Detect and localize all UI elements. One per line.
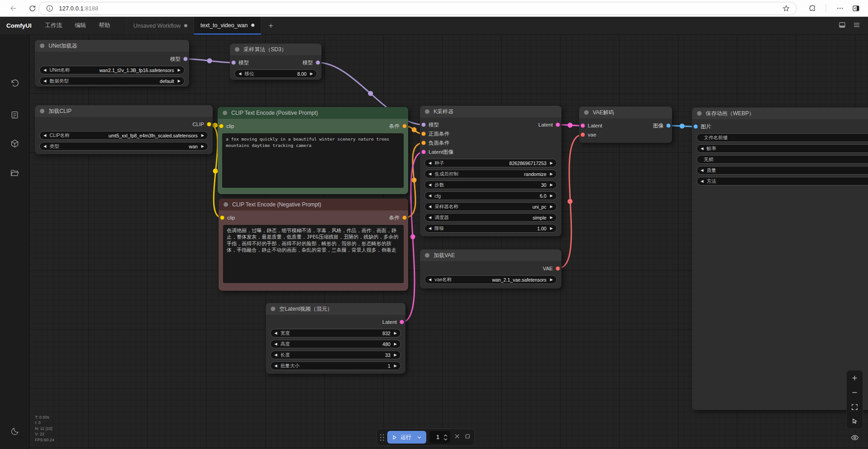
browser-refresh-icon[interactable] — [27, 3, 37, 13]
collapse-dot-icon[interactable] — [224, 202, 228, 207]
widget-denoise[interactable]: ◀ 降噪 1.00 ▶ — [424, 224, 557, 233]
next-arrow-icon[interactable]: ▶ — [550, 227, 553, 230]
node-clip-text-encode-negative[interactable]: CLIP Text Encode (Negative Prompt) clip … — [219, 199, 408, 291]
next-arrow-icon[interactable]: ▶ — [550, 161, 553, 165]
widget-width[interactable]: ◀ 宽度 832 ▶ — [270, 329, 401, 337]
stop-queue-icon[interactable] — [464, 433, 471, 442]
input-dot-latent-image[interactable] — [421, 150, 426, 154]
collapse-dot-icon[interactable] — [697, 111, 702, 116]
toggle-visibility-eye-icon[interactable] — [846, 430, 863, 445]
input-dot-vae[interactable] — [580, 132, 585, 137]
link-midpoint-dot[interactable] — [207, 59, 212, 63]
prev-arrow-icon[interactable]: ◀ — [274, 332, 277, 335]
widget-clip-type[interactable]: ◀ 类型 wan ▶ — [39, 142, 208, 151]
prev-arrow-icon[interactable]: ◀ — [429, 205, 431, 209]
next-arrow-icon[interactable]: ▶ — [201, 145, 204, 148]
link-midpoint-dot[interactable] — [412, 127, 417, 132]
browser-back-icon[interactable] — [8, 3, 18, 13]
next-arrow-icon[interactable]: ▶ — [550, 172, 553, 176]
prev-arrow-icon[interactable]: ◀ — [274, 342, 277, 346]
next-arrow-icon[interactable]: ▶ — [550, 278, 553, 282]
input-dot-positive[interactable] — [421, 132, 426, 136]
link-midpoint-dot[interactable] — [213, 123, 218, 128]
widget-scheduler[interactable]: ◀ 调度器 simple ▶ — [424, 213, 557, 222]
collapse-dot-icon[interactable] — [271, 307, 275, 311]
node-ksampler[interactable]: K采样器 模型 Latent 正面条件 负面条件 Latent图像 ◀ 种子 8… — [420, 106, 561, 236]
input-dot-model[interactable] — [231, 60, 236, 65]
output-dot-conditioning[interactable] — [402, 215, 407, 220]
prev-arrow-icon[interactable]: ◀ — [274, 353, 277, 357]
tab-unsaved-workflow[interactable]: Unsaved Workflow — [127, 17, 194, 34]
batch-count-stepper[interactable]: 1 — [429, 431, 450, 444]
link-midpoint-dot[interactable] — [568, 123, 573, 128]
widget-sampler-name[interactable]: ◀ 采样器名称 uni_pc ▶ — [424, 202, 557, 211]
node-save-animated-webp[interactable]: 保存动画（WEBP） 图片 文件名前缀 ◀ 帧率 无损 ◀ 质量 ◀ 方法 — [692, 107, 868, 410]
prev-arrow-icon[interactable]: ◀ — [44, 145, 46, 148]
widget-control-after-generate[interactable]: ◀ 生成后控制 randomize ▶ — [424, 170, 557, 178]
widget-height[interactable]: ◀ 高度 480 ▶ — [270, 340, 401, 348]
prev-arrow-icon[interactable]: ◀ — [701, 147, 703, 151]
collapse-dot-icon[interactable] — [584, 110, 589, 115]
fit-view-icon[interactable] — [846, 400, 863, 414]
prev-arrow-icon[interactable]: ◀ — [429, 216, 431, 220]
widget-filename-prefix[interactable]: 文件名前缀 — [697, 133, 868, 142]
widget-vae-name[interactable]: ◀ vae名称 wan_2.1_vae.safetensors ▶ — [424, 275, 557, 284]
next-arrow-icon[interactable]: ▶ — [394, 364, 397, 368]
info-icon[interactable] — [44, 4, 54, 14]
next-arrow-icon[interactable]: ▶ — [310, 72, 313, 76]
prev-arrow-icon[interactable]: ◀ — [44, 68, 46, 72]
link-midpoint-dot[interactable] — [368, 91, 373, 96]
output-dot-image[interactable] — [666, 123, 671, 128]
prev-arrow-icon[interactable]: ◀ — [274, 364, 277, 368]
next-arrow-icon[interactable]: ▶ — [178, 79, 180, 83]
node-unet-loader[interactable]: UNet加载器 模型 ◀ UNet名称 wan2.1_t2v_1.3B_fp16… — [35, 40, 189, 87]
link-midpoint-dot[interactable] — [410, 234, 415, 239]
output-dot-conditioning[interactable] — [402, 124, 407, 128]
star-bookmark-icon[interactable] — [781, 4, 791, 14]
output-dot-latent[interactable] — [556, 122, 560, 127]
zoom-in-icon[interactable] — [846, 371, 863, 385]
prev-arrow-icon[interactable]: ◀ — [429, 194, 431, 198]
next-arrow-icon[interactable]: ▶ — [394, 332, 397, 335]
select-pointer-icon[interactable] — [846, 414, 863, 429]
collapse-dot-icon[interactable] — [40, 109, 44, 113]
extensions-puzzle-icon[interactable] — [807, 3, 817, 13]
output-dot-model[interactable] — [183, 57, 188, 61]
node-vae-decode[interactable]: VAE解码 Latent 图像 vae — [579, 107, 672, 143]
widget-method[interactable]: ◀ 方法 — [697, 177, 868, 185]
prev-arrow-icon[interactable]: ◀ — [239, 72, 241, 76]
chevron-down-icon[interactable] — [416, 434, 422, 440]
output-dot-vae[interactable] — [556, 266, 560, 271]
bottom-panel-icon[interactable] — [838, 21, 846, 31]
next-arrow-icon[interactable]: ▶ — [550, 216, 553, 220]
hamburger-menu-icon[interactable] — [853, 21, 861, 31]
node-empty-latent-video[interactable]: 空Latent视频（混元） Latent ◀ 宽度 832 ▶ ◀ 高度 480… — [266, 303, 405, 374]
widget-unet-name[interactable]: ◀ UNet名称 wan2.1_t2v_1.3B_fp16.safetensor… — [39, 66, 185, 74]
node-title-bar[interactable]: K采样器 — [420, 106, 561, 117]
widget-lossless[interactable]: 无损 — [697, 155, 868, 164]
node-title-bar[interactable]: CLIP Text Encode (Negative Prompt) — [219, 199, 408, 210]
collapse-dot-icon[interactable] — [40, 44, 44, 48]
prev-arrow-icon[interactable]: ◀ — [429, 161, 431, 165]
url-text[interactable]: 127.0.0.1:8188 — [59, 5, 98, 12]
node-title-bar[interactable]: 采样算法（SD3） — [230, 44, 322, 55]
widget-shift[interactable]: ◀ 移位 8.00 ▶ — [234, 69, 317, 78]
tab-text-to-video-wan[interactable]: text_to_video_wan — [194, 17, 261, 34]
link-midpoint-dot[interactable] — [680, 124, 685, 129]
widget-seed[interactable]: ◀ 种子 82628696717253 ▶ — [424, 159, 557, 167]
node-clip-text-encode-positive[interactable]: CLIP Text Encode (Positive Prompt) clip … — [218, 107, 408, 194]
queue-history-icon[interactable] — [5, 74, 24, 92]
prev-arrow-icon[interactable]: ◀ — [701, 169, 703, 172]
node-title-bar[interactable]: 加载VAE — [420, 249, 561, 261]
prev-arrow-icon[interactable]: ◀ — [429, 183, 431, 187]
output-dot-clip[interactable] — [207, 122, 211, 127]
node-title-bar[interactable]: 加载CLIP — [35, 105, 213, 117]
input-dot-image[interactable] — [693, 124, 698, 129]
step-down-icon[interactable] — [444, 438, 448, 440]
negative-prompt-textarea[interactable]: 色调艳丽，过曝，静态，细节模糊不清，字幕，风格，作品，画作，画面，静止，整体发灰… — [223, 225, 404, 283]
collapse-dot-icon[interactable] — [223, 111, 227, 115]
browser-more-dots-icon[interactable] — [835, 3, 845, 13]
node-clip-loader[interactable]: 加载CLIP CLIP ◀ CLIP名称 umt5_xxl_fp8_e4m3fn… — [35, 105, 213, 154]
menu-edit[interactable]: 编辑 — [68, 17, 93, 34]
menu-workflow[interactable]: 工作流 — [39, 17, 69, 34]
